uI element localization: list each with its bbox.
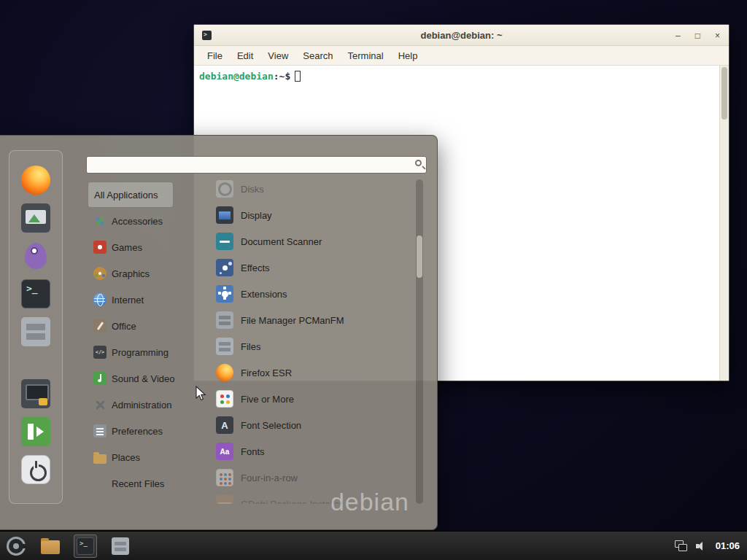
photos-icon [21,203,50,233]
category-games[interactable]: Games [88,234,174,260]
app-files[interactable]: Files [210,333,417,359]
application-menu: All ApplicationsAccessoriesGamesGraphics… [0,135,438,530]
app-extensions[interactable]: Extensions [210,281,417,307]
category-label: Recent Files [112,478,164,489]
volume-icon[interactable] [696,541,707,551]
category-sound-video[interactable]: Sound & Video [88,365,174,392]
network-icon[interactable] [675,540,687,551]
category-programming[interactable]: Programming [88,339,174,365]
shut-down-icon [21,455,50,484]
pidgin-button[interactable] [18,240,53,272]
menu-logo-icon [7,537,26,556]
effects-icon [216,259,233,276]
shut-down-button[interactable] [18,454,53,486]
category-label: Graphics [112,268,150,279]
places-category-icon [93,454,107,464]
category-graphics[interactable]: Graphics [88,260,174,287]
category-all-applications[interactable]: All Applications [88,182,174,208]
terminal-titlebar[interactable]: debian@debian: ~ – □ × [194,25,729,46]
disks-icon [216,180,233,198]
log-out-icon [21,417,50,446]
app-file-manager-pcmanfm[interactable]: File Manager PCManFM [210,307,417,333]
firefox-button[interactable] [18,164,53,196]
category-label: Games [112,242,142,253]
files-icon [216,338,233,355]
minimize-button[interactable]: – [676,31,681,40]
desktop: debian@debian: ~ – □ × FileEditViewSearc… [0,0,747,560]
taskbar: 01:06 [0,531,747,560]
search-bar [86,156,427,174]
app-font-selection[interactable]: Font Selection [210,412,417,438]
log-out-button[interactable] [18,416,53,448]
category-label: Places [112,452,140,463]
files-icon [112,537,129,555]
terminal-button[interactable] [18,278,53,310]
app-label: GDebi Package Installer [241,499,343,505]
scanner-icon [216,233,233,250]
file-manager-icon [21,317,50,346]
prompt-user-host: debian@debian [199,71,274,82]
app-disks[interactable]: Disks [210,176,417,202]
terminal-icon [77,537,94,555]
category-places[interactable]: Places [88,444,174,470]
category-label: All Applications [94,190,158,201]
folder-icon [41,540,60,554]
five-icon [216,390,233,408]
app-label: Four-in-a-row [241,472,298,483]
category-preferences[interactable]: Preferences [88,418,174,444]
administration-category-icon [93,398,107,411]
menu-scrollbar[interactable] [416,179,423,504]
maximize-button[interactable]: □ [695,31,700,40]
app-label: File Manager PCManFM [241,315,344,326]
window-controls: – □ × [676,25,720,46]
menu-search[interactable]: Search [295,47,340,64]
category-list: All ApplicationsAccessoriesGamesGraphics… [88,182,174,497]
terminal-cursor [295,71,301,82]
menu-view[interactable]: View [260,47,295,64]
category-label: Sound & Video [112,373,175,384]
firefox-icon [21,166,50,195]
file-manager-button[interactable] [18,316,53,348]
firefox-icon [216,364,233,381]
category-accessories[interactable]: Accessories [88,208,174,234]
sound-category-icon [93,372,107,385]
menu-edit[interactable]: Edit [230,47,260,64]
menu-file[interactable]: File [200,47,230,64]
app-label: Effects [241,262,270,273]
app-five-or-more[interactable]: Five or More [210,386,417,412]
category-recent-files[interactable]: Recent Files [88,470,174,497]
photos-button[interactable] [18,202,53,234]
app-four-in-a-row[interactable]: Four-in-a-row [210,464,417,491]
lock-screen-button[interactable] [18,378,53,410]
app-fonts[interactable]: Fonts [210,438,417,464]
four-icon [216,469,233,486]
app-display[interactable]: Display [210,202,417,228]
search-input[interactable] [86,156,427,174]
lock-screen-icon [21,379,50,408]
app-label: Document Scanner [241,236,322,247]
app-effects[interactable]: Effects [210,254,417,281]
app-label: Five or More [241,394,294,405]
app-label: Display [241,210,272,221]
menu-scrollbar-thumb[interactable] [417,236,422,278]
terminal-scrollbar-thumb[interactable] [721,67,727,120]
category-administration[interactable]: Administration [88,392,174,418]
category-label: Office [112,321,136,332]
file-manager-launcher[interactable] [39,534,62,558]
category-internet[interactable]: Internet [88,287,174,313]
gdebi-icon [216,495,233,504]
terminal-scrollbar[interactable] [719,66,729,381]
display-icon [216,206,233,224]
clock[interactable]: 01:06 [716,540,740,551]
category-office[interactable]: Office [88,313,174,339]
pidgin-icon [21,241,50,271]
menu-terminal[interactable]: Terminal [341,47,391,64]
menu-button[interactable] [5,535,27,557]
terminal-window-button[interactable] [74,534,97,558]
fontsel-icon [216,416,233,434]
menu-help[interactable]: Help [391,47,425,64]
close-button[interactable]: × [715,31,720,40]
app-firefox-esr[interactable]: Firefox ESR [210,359,417,386]
app-document-scanner[interactable]: Document Scanner [210,228,417,254]
files-launcher[interactable] [109,534,132,558]
